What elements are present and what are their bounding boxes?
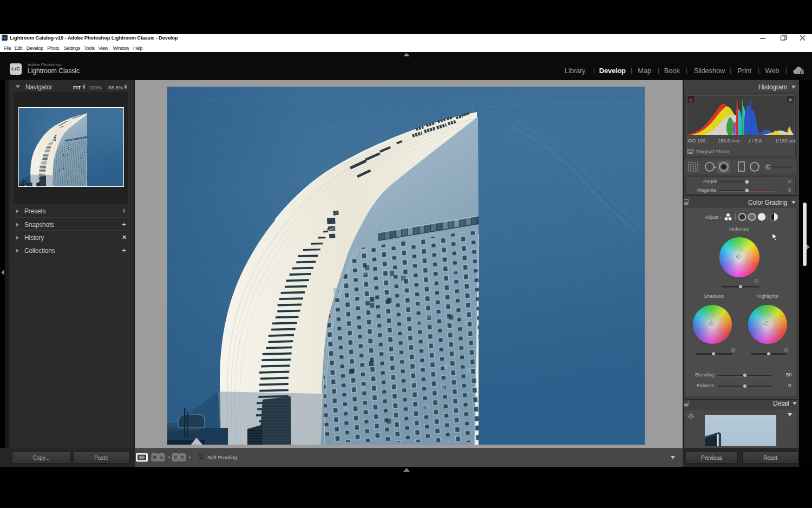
svg-text:Y: Y	[174, 455, 177, 460]
svg-text:Y: Y	[181, 455, 184, 460]
svg-text:R: R	[153, 455, 157, 460]
svg-text:A: A	[160, 455, 163, 460]
